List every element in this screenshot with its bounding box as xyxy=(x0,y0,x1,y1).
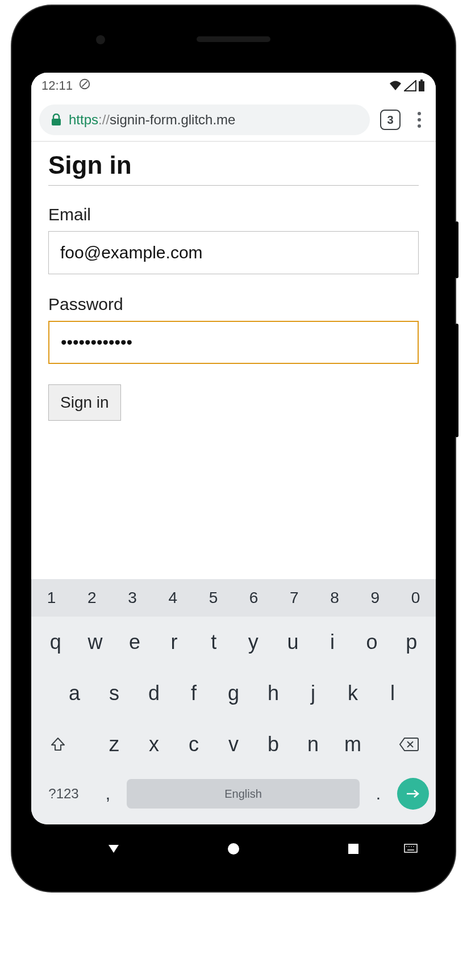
url-host: signin-form.glitch.me xyxy=(110,112,235,127)
key-3[interactable]: 3 xyxy=(112,579,152,617)
key-1[interactable]: 1 xyxy=(31,579,72,617)
key-u[interactable]: u xyxy=(273,630,313,654)
url-scheme: https xyxy=(69,112,98,127)
password-field-group: Password xyxy=(48,295,419,364)
phone-camera xyxy=(96,35,105,44)
keyboard-row-2: a s d f g h j k l xyxy=(31,668,436,719)
key-t[interactable]: t xyxy=(194,630,234,654)
key-f[interactable]: f xyxy=(174,681,214,705)
key-n[interactable]: n xyxy=(293,732,333,756)
period-key[interactable]: . xyxy=(364,784,393,803)
key-d[interactable]: d xyxy=(134,681,174,705)
email-label: Email xyxy=(48,205,419,224)
volume-button xyxy=(455,324,458,437)
key-8[interactable]: 8 xyxy=(314,579,355,617)
nav-recent-button[interactable] xyxy=(336,843,370,855)
key-r[interactable]: r xyxy=(155,630,194,654)
keyboard-row-1: q w e r t y u i o p xyxy=(31,617,436,668)
key-o[interactable]: o xyxy=(352,630,392,654)
enter-key[interactable] xyxy=(397,778,429,810)
phone-speaker xyxy=(197,36,270,42)
shift-key[interactable] xyxy=(37,736,79,753)
browser-toolbar: https://signin-form.glitch.me 3 xyxy=(31,99,436,142)
nav-keyboard-switch-icon[interactable] xyxy=(394,844,428,854)
key-l[interactable]: l xyxy=(373,681,412,705)
battery-icon xyxy=(418,79,426,92)
key-p[interactable]: p xyxy=(391,630,431,654)
screen: 12:11 xyxy=(31,73,436,824)
symbols-key[interactable]: ?123 xyxy=(38,786,89,802)
key-q[interactable]: q xyxy=(36,630,76,654)
browser-menu-button[interactable] xyxy=(411,112,428,128)
tab-switcher-button[interactable]: 3 xyxy=(380,110,401,130)
key-x[interactable]: x xyxy=(134,732,174,756)
svg-line-1 xyxy=(82,81,87,86)
password-input[interactable] xyxy=(48,321,419,364)
key-b[interactable]: b xyxy=(253,732,293,756)
key-a[interactable]: a xyxy=(55,681,94,705)
url-text: https://signin-form.glitch.me xyxy=(69,112,235,128)
keyboard-bottom-row: ?123 , English . xyxy=(31,770,436,818)
key-k[interactable]: k xyxy=(333,681,373,705)
keyboard-row-3: z x c v b n m xyxy=(31,719,436,770)
status-time: 12:11 xyxy=(41,78,73,93)
svg-rect-4 xyxy=(52,119,61,125)
key-c[interactable]: c xyxy=(174,732,214,756)
nav-back-button[interactable] xyxy=(97,841,131,856)
email-input[interactable] xyxy=(48,231,419,274)
cell-signal-icon xyxy=(404,80,416,91)
svg-rect-2 xyxy=(419,81,424,91)
nav-home-button[interactable] xyxy=(216,842,251,856)
lock-icon xyxy=(51,114,62,126)
key-j[interactable]: j xyxy=(293,681,333,705)
svg-point-8 xyxy=(228,843,239,855)
android-nav-bar xyxy=(31,830,436,868)
key-4[interactable]: 4 xyxy=(153,579,193,617)
comma-key[interactable]: , xyxy=(94,784,122,803)
sign-in-button[interactable]: Sign in xyxy=(48,384,121,421)
key-5[interactable]: 5 xyxy=(193,579,234,617)
keyboard-number-row: 1 2 3 4 5 6 7 8 9 0 xyxy=(31,579,436,617)
wifi-icon xyxy=(388,80,403,91)
key-h[interactable]: h xyxy=(253,681,293,705)
power-button xyxy=(455,221,458,278)
key-i[interactable]: i xyxy=(312,630,352,654)
tab-count: 3 xyxy=(387,114,393,127)
key-0[interactable]: 0 xyxy=(395,579,436,617)
dnd-icon xyxy=(78,78,91,94)
key-6[interactable]: 6 xyxy=(234,579,274,617)
svg-rect-10 xyxy=(405,844,417,852)
svg-rect-9 xyxy=(348,844,358,854)
key-9[interactable]: 9 xyxy=(355,579,395,617)
key-m[interactable]: m xyxy=(333,732,373,756)
address-bar[interactable]: https://signin-form.glitch.me xyxy=(39,104,370,135)
key-y[interactable]: y xyxy=(234,630,273,654)
phone-frame: 12:11 xyxy=(12,6,455,891)
svg-rect-3 xyxy=(420,79,423,81)
soft-keyboard: 1 2 3 4 5 6 7 8 9 0 q w e r t y xyxy=(31,579,436,824)
key-s[interactable]: s xyxy=(94,681,134,705)
key-v[interactable]: v xyxy=(214,732,253,756)
password-label: Password xyxy=(48,295,419,314)
backspace-key[interactable] xyxy=(388,737,430,752)
key-g[interactable]: g xyxy=(214,681,253,705)
page-title: Sign in xyxy=(48,151,419,186)
spacebar-key[interactable]: English xyxy=(127,779,360,809)
key-z[interactable]: z xyxy=(94,732,134,756)
status-bar: 12:11 xyxy=(31,73,436,99)
key-2[interactable]: 2 xyxy=(72,579,112,617)
email-field-group: Email xyxy=(48,205,419,274)
page-content: Sign in Email Password Sign in xyxy=(31,142,436,579)
key-w[interactable]: w xyxy=(76,630,115,654)
url-separator: :// xyxy=(98,112,110,127)
key-e[interactable]: e xyxy=(115,630,155,654)
key-7[interactable]: 7 xyxy=(274,579,314,617)
